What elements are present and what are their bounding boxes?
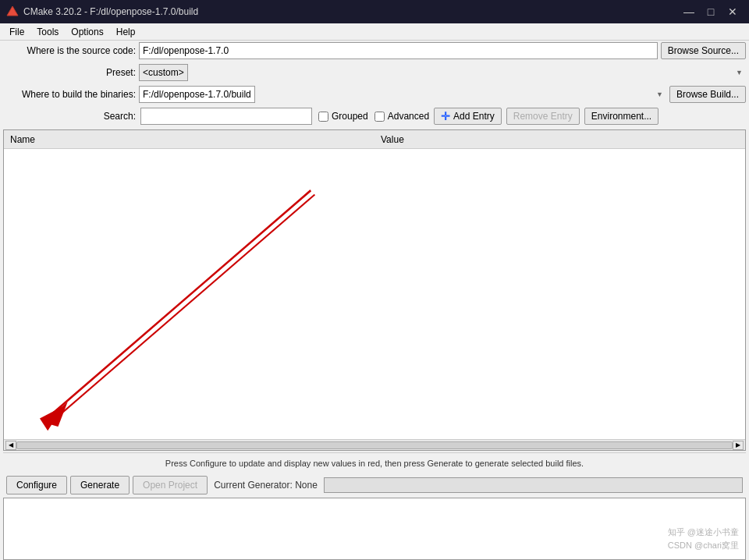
search-label: Search: [3,111,136,122]
add-entry-label: Add Entry [453,111,495,122]
generate-button[interactable]: Generate [70,476,130,494]
svg-line-2 [55,194,314,418]
window-title: CMake 3.20.2 - F:/dl/openpose-1.7.0/buil… [23,6,679,17]
menu-tools[interactable]: Tools [30,25,65,39]
annotation-svg [4,149,745,439]
remove-entry-button[interactable]: Remove Entry [506,108,580,125]
open-project-button[interactable]: Open Project [133,476,208,494]
search-row: Search: Grouped Advanced ✛ Add Entry Rem… [3,106,746,126]
table-body[interactable] [4,149,745,439]
horizontal-scrollbar[interactable]: ◀ ▶ [4,439,745,450]
build-label: Where to build the binaries: [3,89,136,100]
grouped-checkbox[interactable] [318,112,328,122]
source-label: Where is the source code: [3,45,136,56]
advanced-checkbox[interactable] [374,112,385,122]
browse-build-button[interactable]: Browse Build... [669,86,746,103]
window-controls: — □ ✕ [679,4,743,19]
progress-bar [324,477,743,493]
app-icon [6,5,19,18]
minimize-button[interactable]: — [679,4,699,19]
svg-marker-0 [7,6,18,16]
watermark-line2: CSDN @chari窝里 [668,539,739,553]
value-column-header: Value [374,134,745,145]
preset-label: Preset: [3,67,136,78]
menu-help[interactable]: Help [110,25,142,39]
title-bar: CMake 3.20.2 - F:/dl/openpose-1.7.0/buil… [0,0,749,23]
build-select[interactable]: F:/dl/openpose-1.7.0/build [139,86,255,103]
maximize-button[interactable]: □ [701,4,721,19]
preset-select-wrapper: <custom> [139,64,746,81]
status-message: Press Configure to update and display ne… [6,459,743,468]
output-area: 知乎 @迷途小书童 CSDN @chari窝里 [3,498,746,560]
configure-button[interactable]: Configure [6,476,67,494]
main-layout: Where is the source code: Browse Source.… [0,41,749,560]
grouped-label[interactable]: Grouped [332,111,368,122]
search-input[interactable] [140,108,312,125]
scroll-left-arrow[interactable]: ◀ [5,441,16,450]
preset-row: Preset: <custom> [3,62,746,83]
add-entry-button[interactable]: ✛ Add Entry [434,108,502,125]
menu-options[interactable]: Options [65,25,109,39]
name-column-header: Name [4,134,374,145]
svg-line-1 [51,190,311,414]
action-row: Configure Generate Open Project Current … [3,474,746,496]
source-row: Where is the source code: Browse Source.… [3,41,746,61]
source-input[interactable] [139,42,658,59]
watermark-line1: 知乎 @迷途小书童 [668,526,739,540]
close-button[interactable]: ✕ [722,4,743,19]
svg-marker-4 [40,406,64,431]
environment-button[interactable]: Environment... [584,108,658,125]
svg-marker-3 [44,402,68,427]
environment-label: Environment... [591,111,651,122]
browse-source-button[interactable]: Browse Source... [661,42,746,59]
remove-entry-label: Remove Entry [513,111,573,122]
table-header: Name Value [4,130,745,149]
build-select-wrapper: F:/dl/openpose-1.7.0/build [139,86,666,103]
status-bar: Press Configure to update and display ne… [3,452,746,473]
build-row: Where to build the binaries: F:/dl/openp… [3,84,746,105]
menu-bar: File Tools Options Help [0,23,749,41]
table-container: Name Value ◀ ▶ [3,129,746,451]
watermark: 知乎 @迷途小书童 CSDN @chari窝里 [668,526,739,553]
add-icon: ✛ [441,111,450,122]
advanced-label[interactable]: Advanced [388,111,429,122]
scrollbar-track[interactable] [16,441,733,449]
grouped-checkbox-group: Grouped [318,111,368,122]
menu-file[interactable]: File [3,25,30,39]
advanced-checkbox-group: Advanced [374,111,429,122]
generator-text: Current Generator: None [214,480,318,491]
scroll-right-arrow[interactable]: ▶ [733,441,744,450]
preset-select[interactable]: <custom> [139,64,188,81]
